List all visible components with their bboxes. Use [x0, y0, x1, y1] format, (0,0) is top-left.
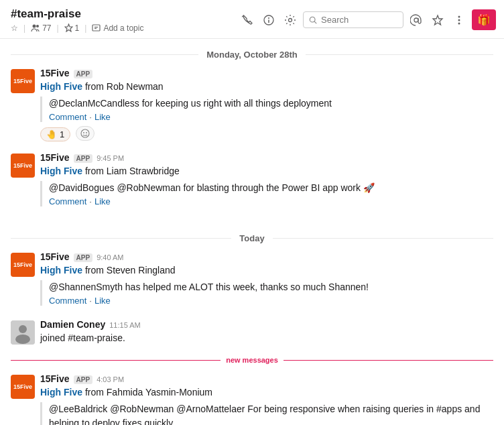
channel-meta: ☆ | 77 | 1 |: [11, 23, 143, 33]
search-box[interactable]: [303, 11, 403, 28]
like-button[interactable]: Like: [94, 196, 111, 206]
quoted-block: @DeclanMcCandless for keeping us right w…: [40, 97, 493, 122]
phone-button[interactable]: [239, 11, 256, 29]
header-actions: 🎁: [239, 9, 496, 30]
settings-button[interactable]: [281, 11, 299, 29]
comment-button[interactable]: Comment: [49, 112, 86, 122]
divider-line: [11, 238, 231, 239]
members-count: 77: [31, 23, 51, 33]
gift-button[interactable]: 🎁: [472, 9, 496, 30]
timestamp: 9:45 PM: [97, 154, 124, 162]
message-header: 15Five APP: [40, 68, 493, 78]
comment-button[interactable]: Comment: [49, 196, 86, 206]
quoted-text: @LeeBaldrick @RobNewman @ArnoMattelaer F…: [49, 402, 493, 425]
message-group: 15Five 15Five APP 9:45 PM High Five from…: [0, 149, 504, 212]
message-suffix: from Fahmida Yasmin-Monium: [85, 387, 212, 398]
svg-line-11: [314, 21, 316, 23]
star-icon-meta: ☆: [11, 23, 18, 33]
at-button[interactable]: [407, 11, 425, 29]
like-button[interactable]: Like: [94, 296, 111, 306]
svg-point-19: [86, 132, 87, 133]
message-content: Damien Coney 11:15 AM joined #team-prais…: [40, 319, 493, 345]
add-topic-button[interactable]: Add a topic: [92, 23, 143, 33]
message-header: Damien Coney 11:15 AM: [40, 319, 493, 330]
high-five-link[interactable]: High Five: [40, 166, 82, 176]
app-badge: APP: [74, 253, 93, 262]
message-content: 15Five APP High Five from Rob Newman @De…: [40, 68, 493, 141]
channel-name: #team-praise: [11, 7, 143, 21]
add-reaction-button[interactable]: [76, 126, 94, 141]
message-suffix: from Rob Newman: [85, 81, 164, 92]
join-text: joined #team-praise.: [40, 331, 493, 345]
svg-point-9: [289, 18, 292, 21]
svg-point-0: [33, 24, 36, 27]
app-badge: APP: [74, 375, 93, 384]
svg-point-18: [83, 132, 84, 133]
action-links: Comment · Like: [49, 112, 493, 122]
timestamp: 9:40 AM: [97, 253, 123, 261]
quoted-block: @DavidBogues @RobNewman for blasting thr…: [40, 181, 493, 206]
new-messages-line: [284, 360, 493, 361]
quoted-text: @DavidBogues @RobNewman for blasting thr…: [49, 181, 493, 195]
quoted-block: @LeeBaldrick @RobNewman @ArnoMattelaer F…: [40, 402, 493, 425]
svg-marker-13: [433, 15, 442, 25]
search-input[interactable]: [321, 15, 397, 25]
reaction[interactable]: 🤚 1: [40, 127, 70, 141]
high-five-link[interactable]: High Five: [40, 265, 82, 276]
avatar: 15Five: [11, 253, 35, 277]
divider-line: [273, 238, 493, 239]
message-group: 15Five 15Five APP 4:03 PM High Five from…: [0, 371, 504, 425]
divider-line: [306, 54, 493, 55]
new-messages-divider: new messages: [0, 353, 504, 367]
high-five-link[interactable]: High Five: [40, 387, 82, 398]
message-header: 15Five APP 4:03 PM: [40, 373, 493, 384]
message-content: 15Five APP 4:03 PM High Five from Fahmid…: [40, 373, 493, 425]
avatar: 15Five: [11, 375, 35, 399]
action-links: Comment · Like: [49, 296, 493, 306]
app-badge: APP: [74, 154, 93, 163]
message-text: High Five from Liam Strawbridge: [40, 164, 493, 178]
avatar: 15Five: [11, 154, 35, 178]
message-content: 15Five APP 9:40 AM High Five from Steven…: [40, 251, 493, 308]
date-divider-monday: Monday, October 28th: [0, 39, 504, 65]
divider-text-monday: Monday, October 28th: [206, 50, 298, 60]
quoted-text: @ShannenSmyth has helped me ALOT this we…: [49, 280, 493, 294]
channel-info: #team-praise ☆ | 77 | 1 |: [11, 7, 143, 33]
messages-area: Monday, October 28th 15Five 15Five APP H…: [0, 39, 504, 425]
like-button[interactable]: Like: [94, 112, 111, 122]
date-divider-today: Today: [0, 223, 504, 249]
svg-point-16: [458, 22, 460, 24]
svg-point-10: [310, 17, 315, 22]
message-suffix: from Steven Ringland: [85, 265, 176, 276]
star-button[interactable]: [429, 11, 446, 29]
svg-point-1: [36, 25, 39, 27]
svg-point-17: [81, 129, 89, 137]
sender-name: Damien Coney: [40, 319, 105, 330]
new-messages-label: new messages: [220, 356, 284, 364]
message-group: 15Five 15Five APP 9:40 AM High Five from…: [0, 249, 504, 311]
info-button[interactable]: [260, 11, 277, 29]
search-icon: [309, 15, 317, 25]
high-five-link[interactable]: High Five: [40, 81, 82, 92]
svg-point-14: [458, 15, 460, 17]
more-button[interactable]: [450, 11, 468, 29]
svg-point-7: [268, 17, 269, 19]
message-content: 15Five APP 9:45 PM High Five from Liam S…: [40, 152, 493, 209]
comment-button[interactable]: Comment: [49, 296, 86, 306]
divider-text-today: Today: [239, 233, 264, 243]
message-suffix: from Liam Strawbridge: [85, 166, 180, 176]
svg-point-12: [414, 18, 418, 22]
avatar: 15Five: [11, 69, 35, 93]
svg-rect-3: [92, 25, 100, 31]
sender-name: 15Five: [40, 251, 70, 262]
channel-header: #team-praise ☆ | 77 | 1 |: [0, 0, 504, 39]
reaction-count: 1: [60, 129, 64, 139]
sender-name: 15Five: [40, 68, 70, 78]
svg-marker-2: [65, 24, 72, 32]
timestamp: 4:03 PM: [97, 375, 124, 383]
sender-name: 15Five: [40, 373, 70, 384]
divider-line: [11, 54, 198, 55]
svg-point-15: [458, 19, 460, 21]
app-badge: APP: [74, 70, 93, 78]
message-header: 15Five APP 9:40 AM: [40, 251, 493, 262]
